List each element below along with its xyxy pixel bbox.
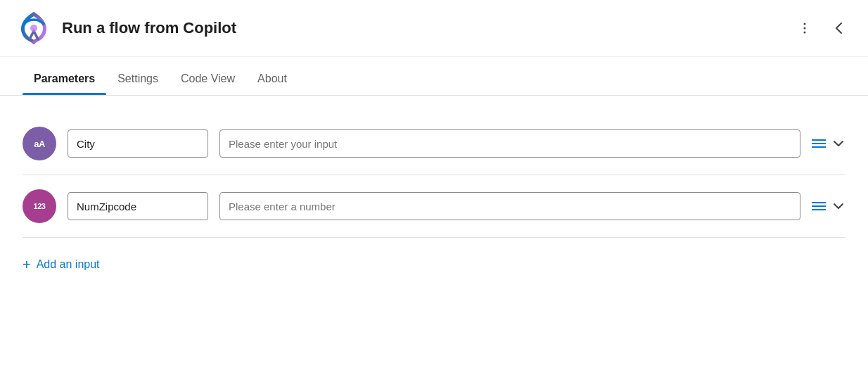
tabs-bar: Parameters Settings Code View About	[0, 63, 868, 96]
numzipcode-row-actions	[812, 199, 845, 213]
city-expand-button[interactable]	[831, 137, 845, 151]
add-input-button[interactable]: + Add an input	[23, 255, 100, 274]
header: Run a flow from Copilot	[0, 0, 868, 57]
tab-settings[interactable]: Settings	[106, 63, 170, 95]
chevron-down-icon-2	[831, 199, 845, 213]
badge-symbol-number: 123	[34, 202, 46, 210]
app-logo	[17, 11, 51, 45]
app-title: Run a flow from Copilot	[62, 19, 236, 37]
type-badge-number: 123	[23, 189, 56, 223]
chevron-down-icon	[831, 137, 845, 151]
collapse-icon	[831, 20, 847, 36]
city-name-input[interactable]	[68, 129, 208, 158]
svg-point-0	[30, 25, 37, 32]
svg-point-2	[804, 27, 806, 30]
city-menu-button[interactable]	[812, 139, 826, 148]
input-row-city: aA	[23, 113, 845, 175]
numzipcode-expand-button[interactable]	[831, 199, 845, 213]
numzipcode-menu-button[interactable]	[812, 202, 826, 210]
tab-about[interactable]: About	[246, 63, 298, 95]
input-row-numzipcode: 123	[23, 175, 845, 238]
city-row-actions	[812, 137, 845, 151]
tab-code-view[interactable]: Code View	[170, 63, 246, 95]
header-left: Run a flow from Copilot	[17, 11, 236, 45]
tab-parameters[interactable]: Parameters	[23, 63, 106, 95]
numzipcode-value-input[interactable]	[219, 192, 800, 220]
type-badge-text: aA	[23, 127, 56, 160]
city-value-input[interactable]	[219, 129, 800, 158]
more-options-button[interactable]	[793, 17, 816, 39]
header-right	[793, 16, 851, 40]
add-input-label: Add an input	[37, 258, 100, 271]
collapse-panel-button[interactable]	[827, 16, 851, 40]
more-options-icon	[798, 21, 812, 35]
svg-point-1	[804, 23, 806, 25]
numzipcode-name-input[interactable]	[68, 192, 208, 220]
parameters-content: aA 123	[0, 96, 868, 291]
badge-symbol-text: aA	[34, 139, 45, 149]
svg-point-3	[804, 32, 806, 34]
plus-icon: +	[23, 258, 31, 272]
